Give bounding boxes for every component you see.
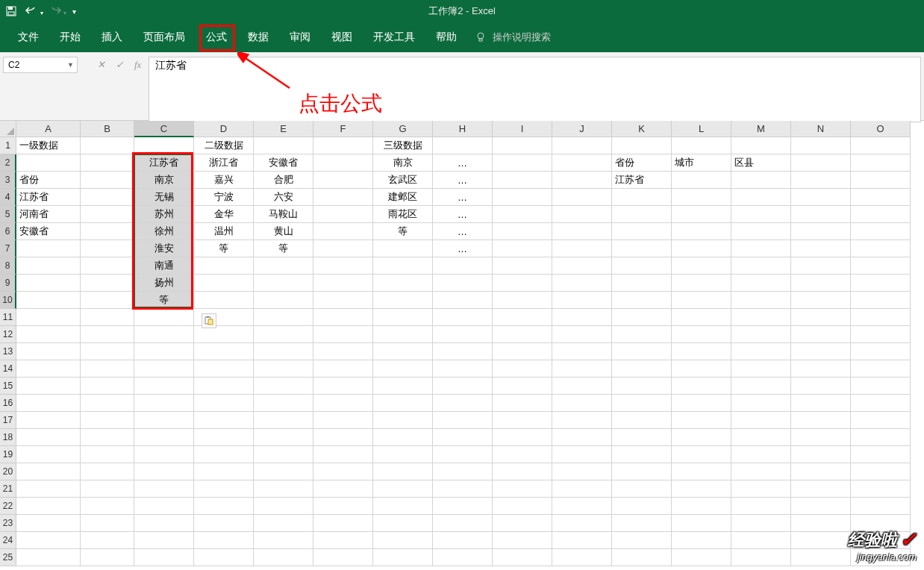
- cell-A7[interactable]: [16, 240, 81, 257]
- cell-N9[interactable]: [791, 275, 851, 292]
- cell-D10[interactable]: [194, 292, 254, 309]
- cell-D7[interactable]: 等: [194, 240, 254, 257]
- col-header-L[interactable]: L: [672, 121, 731, 137]
- cell-G17[interactable]: [373, 412, 433, 429]
- cell-L18[interactable]: [672, 429, 731, 446]
- cell-F2[interactable]: [313, 154, 373, 172]
- row-header-17[interactable]: 17: [0, 412, 16, 429]
- cell-L23[interactable]: [672, 515, 731, 532]
- cell-H14[interactable]: [433, 360, 493, 378]
- cell-M14[interactable]: [731, 360, 791, 378]
- cell-N15[interactable]: [791, 378, 851, 395]
- cell-C17[interactable]: [134, 412, 194, 429]
- cell-N6[interactable]: [791, 223, 851, 240]
- cell-J14[interactable]: [552, 360, 612, 378]
- cell-B12[interactable]: [81, 326, 134, 343]
- cell-H23[interactable]: [433, 515, 493, 532]
- cell-N7[interactable]: [791, 240, 851, 257]
- col-header-C[interactable]: C: [134, 121, 194, 137]
- row-header-5[interactable]: 5: [0, 206, 16, 223]
- cell-H15[interactable]: [433, 378, 493, 395]
- cell-B22[interactable]: [81, 498, 134, 515]
- cell-F4[interactable]: [313, 189, 373, 206]
- cell-J10[interactable]: [552, 292, 612, 309]
- cell-E17[interactable]: [254, 412, 313, 429]
- cell-C3[interactable]: 南京: [134, 172, 194, 189]
- row-header-20[interactable]: 20: [0, 463, 16, 480]
- cell-O8[interactable]: [851, 257, 911, 275]
- cell-I12[interactable]: [493, 326, 552, 343]
- cell-E22[interactable]: [254, 498, 313, 515]
- cell-B1[interactable]: [81, 137, 134, 154]
- cell-J13[interactable]: [552, 343, 612, 360]
- cell-B6[interactable]: [81, 223, 134, 240]
- cell-M22[interactable]: [731, 498, 791, 515]
- cell-J21[interactable]: [552, 480, 612, 498]
- cell-B20[interactable]: [81, 463, 134, 480]
- cell-G23[interactable]: [373, 515, 433, 532]
- cell-O24[interactable]: [851, 532, 911, 549]
- cell-E24[interactable]: [254, 532, 313, 549]
- cell-K4[interactable]: [612, 189, 672, 206]
- cell-N17[interactable]: [791, 412, 851, 429]
- cell-A3[interactable]: 省份: [16, 172, 81, 189]
- cell-N23[interactable]: [791, 515, 851, 532]
- cell-L24[interactable]: [672, 532, 731, 549]
- row-header-16[interactable]: 16: [0, 395, 16, 412]
- cell-K17[interactable]: [612, 412, 672, 429]
- cell-M19[interactable]: [731, 446, 791, 463]
- cell-K5[interactable]: [612, 206, 672, 223]
- cell-K16[interactable]: [612, 395, 672, 412]
- cell-A5[interactable]: 河南省: [16, 206, 81, 223]
- cell-I20[interactable]: [493, 463, 552, 480]
- row-header-4[interactable]: 4: [0, 189, 16, 206]
- cell-B17[interactable]: [81, 412, 134, 429]
- cell-A23[interactable]: [16, 515, 81, 532]
- cell-J1[interactable]: [552, 137, 612, 154]
- cell-O10[interactable]: [851, 292, 911, 309]
- cell-F23[interactable]: [313, 515, 373, 532]
- row-header-11[interactable]: 11: [0, 309, 16, 326]
- cell-I2[interactable]: [493, 154, 552, 172]
- cell-O12[interactable]: [851, 326, 911, 343]
- cell-E21[interactable]: [254, 480, 313, 498]
- cell-I14[interactable]: [493, 360, 552, 378]
- cell-H20[interactable]: [433, 463, 493, 480]
- cell-O14[interactable]: [851, 360, 911, 378]
- cell-G25[interactable]: [373, 549, 433, 566]
- cell-M15[interactable]: [731, 378, 791, 395]
- ribbon-tab-1[interactable]: 开始: [49, 23, 91, 51]
- cell-D2[interactable]: 浙江省: [194, 154, 254, 172]
- cell-B3[interactable]: [81, 172, 134, 189]
- cell-C24[interactable]: [134, 532, 194, 549]
- cell-N5[interactable]: [791, 206, 851, 223]
- cell-E1[interactable]: [254, 137, 313, 154]
- cell-B13[interactable]: [81, 343, 134, 360]
- cell-N18[interactable]: [791, 429, 851, 446]
- cell-I13[interactable]: [493, 343, 552, 360]
- cell-A16[interactable]: [16, 395, 81, 412]
- col-header-O[interactable]: O: [851, 121, 911, 137]
- cell-M6[interactable]: [731, 223, 791, 240]
- cell-J19[interactable]: [552, 446, 612, 463]
- cell-F7[interactable]: [313, 240, 373, 257]
- cell-F14[interactable]: [313, 360, 373, 378]
- cell-L1[interactable]: [672, 137, 731, 154]
- cell-J3[interactable]: [552, 172, 612, 189]
- cell-C4[interactable]: 无锡: [134, 189, 194, 206]
- cell-H11[interactable]: [433, 309, 493, 326]
- cell-K20[interactable]: [612, 463, 672, 480]
- cell-L8[interactable]: [672, 257, 731, 275]
- cell-E23[interactable]: [254, 515, 313, 532]
- cell-E2[interactable]: 安徽省: [254, 154, 313, 172]
- cell-B8[interactable]: [81, 257, 134, 275]
- spreadsheet-grid[interactable]: ABCDEFGHIJKLMNO 123456789101112131415161…: [0, 121, 924, 570]
- row-header-25[interactable]: 25: [0, 549, 16, 566]
- cell-C16[interactable]: [134, 395, 194, 412]
- cell-K14[interactable]: [612, 360, 672, 378]
- cell-J23[interactable]: [552, 515, 612, 532]
- cell-E12[interactable]: [254, 326, 313, 343]
- cell-M8[interactable]: [731, 257, 791, 275]
- cell-C19[interactable]: [134, 446, 194, 463]
- cell-K22[interactable]: [612, 498, 672, 515]
